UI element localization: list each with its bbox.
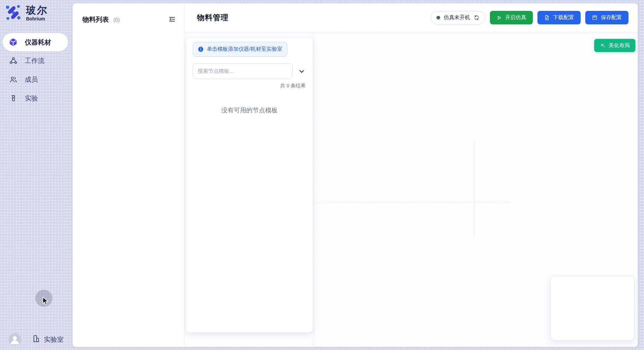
materials-panel-header: 物料列表 (0) — [82, 15, 176, 24]
members-icon — [9, 75, 17, 84]
minimap[interactable] — [550, 276, 634, 340]
guide-line-vertical — [474, 142, 475, 237]
info-icon — [198, 46, 204, 52]
beautify-layout-label: 美化布局 — [609, 42, 630, 49]
avatar[interactable] — [9, 333, 21, 346]
sidebar-item-label: 仪器耗材 — [25, 38, 51, 47]
brand-name: 玻尔 — [26, 5, 48, 15]
sidebar-item-label: 工作流 — [25, 56, 45, 65]
materials-panel: 物料列表 (0) — [73, 3, 185, 347]
status-dot-icon — [436, 16, 440, 19]
save-icon — [592, 15, 597, 20]
collapse-panel-button[interactable] — [168, 15, 176, 24]
page: { "brand": { "name_cn": "玻尔", "name_en":… — [0, 0, 644, 350]
result-count: 共 0 条结果 — [193, 83, 306, 89]
app-window: 物料列表 (0) 物料管理 仿真未开机 — [73, 3, 638, 347]
play-icon — [497, 15, 502, 20]
save-config-label: 保存配置 — [601, 14, 622, 21]
empty-state-text: 没有可用的节点模板 — [193, 106, 306, 115]
experiment-icon — [9, 94, 17, 103]
flow-canvas[interactable]: 单击模板添加仪器/耗材至实验室 共 0 条结果 没有可用的节点模板 — [185, 32, 638, 347]
chevron-down-icon[interactable] — [297, 68, 306, 74]
building-icon — [32, 335, 40, 344]
brand-logo[interactable]: 玻尔 Bohrium — [5, 4, 48, 22]
workflow-icon — [9, 57, 17, 65]
sidebar: 玻尔 Bohrium 仪器耗材 工作流 — [0, 0, 73, 350]
lab-label: 实验室 — [44, 335, 64, 344]
info-banner: 单击模板添加仪器/耗材至实验室 — [193, 42, 287, 57]
sparkles-icon — [600, 43, 606, 48]
search-input[interactable] — [193, 63, 293, 79]
simulation-status-pill[interactable]: 仿真未开机 — [431, 11, 485, 24]
cube-icon — [9, 38, 17, 46]
sidebar-item-label: 实验 — [25, 94, 38, 103]
lab-switcher[interactable]: 实验室 — [32, 335, 64, 344]
page-header: 物料管理 仿真未开机 — [185, 3, 638, 32]
template-panel: 单击模板添加仪器/耗材至实验室 共 0 条结果 没有可用的节点模板 — [186, 38, 313, 333]
page-title: 物料管理 — [197, 13, 229, 23]
account-row: 实验室 — [9, 333, 64, 346]
materials-count: (0) — [113, 17, 120, 23]
file-download-icon — [544, 15, 550, 20]
sidebar-nav: 仪器耗材 工作流 成员 — [0, 33, 73, 108]
sidebar-item-experiments[interactable]: 实验 — [0, 89, 73, 108]
sidebar-item-members[interactable]: 成员 — [0, 70, 73, 89]
search-row — [193, 63, 306, 79]
guide-line-vertical — [314, 32, 314, 347]
header-actions: 仿真未开机 开启仿真 — [431, 11, 628, 24]
beautify-layout-button[interactable]: 美化布局 — [594, 39, 635, 52]
bohrium-logo-icon — [5, 4, 22, 22]
refresh-icon[interactable] — [474, 15, 479, 20]
sidebar-item-label: 成员 — [25, 75, 38, 84]
brand-subtitle: Bohrium — [26, 16, 48, 21]
materials-panel-title-row: 物料列表 (0) — [82, 15, 120, 24]
download-config-label: 下载配置 — [553, 14, 574, 21]
materials-panel-title: 物料列表 — [82, 16, 109, 23]
main-area: 物料管理 仿真未开机 — [185, 3, 638, 347]
guide-line-horizontal — [314, 203, 510, 203]
sidebar-item-workflow[interactable]: 工作流 — [0, 51, 73, 70]
status-label: 仿真未开机 — [444, 14, 470, 21]
save-config-button[interactable]: 保存配置 — [585, 11, 628, 24]
start-simulation-label: 开启仿真 — [505, 14, 526, 21]
mouse-cursor-icon — [41, 296, 50, 307]
banner-text: 单击模板添加仪器/耗材至实验室 — [207, 46, 282, 53]
sidebar-item-instruments[interactable]: 仪器耗材 — [3, 33, 68, 51]
download-config-button[interactable]: 下载配置 — [537, 11, 581, 24]
start-simulation-button[interactable]: 开启仿真 — [490, 11, 533, 24]
